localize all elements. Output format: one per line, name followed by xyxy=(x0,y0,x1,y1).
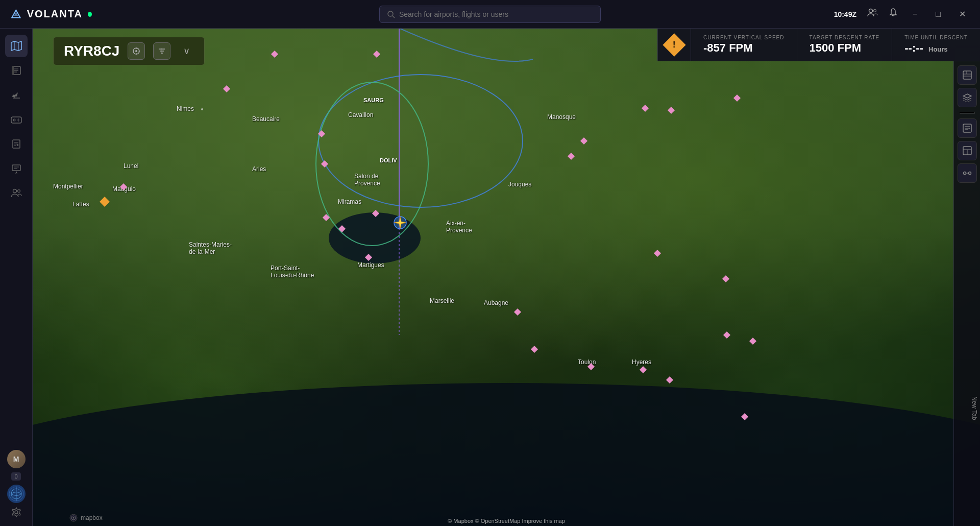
target-dr-label: TARGET DESCENT RATE xyxy=(810,35,880,40)
map-filter-button[interactable] xyxy=(958,65,977,85)
mapbox-label: mapbox xyxy=(81,514,103,521)
search-input[interactable] xyxy=(399,10,593,18)
topbar: VOLANTA 10:49Z − □ ✕ xyxy=(0,0,980,29)
sidebar-item-users[interactable] xyxy=(5,182,28,204)
svg-point-5 xyxy=(873,10,876,12)
search-icon xyxy=(387,10,395,18)
right-sidebar: New Tab xyxy=(953,61,980,526)
svg-point-16 xyxy=(13,119,15,121)
close-button[interactable]: ✕ xyxy=(955,7,970,21)
svg-rect-24 xyxy=(12,165,20,171)
warning-indicator xyxy=(657,29,691,61)
sidebar-item-flights[interactable] xyxy=(5,84,28,106)
target-dr-value: 1500 FPM xyxy=(810,41,880,55)
settings-button[interactable] xyxy=(11,507,21,520)
sea-water xyxy=(33,383,980,526)
search-bar[interactable] xyxy=(379,6,601,23)
sidebar-item-certificate[interactable] xyxy=(5,157,28,180)
svg-marker-6 xyxy=(11,41,21,51)
clock-display: 10:49Z xyxy=(834,10,856,18)
time-ud-label: TIME UNTIL DESCENT xyxy=(904,35,968,40)
svg-marker-57 xyxy=(963,94,971,98)
stats-bar: CURRENT VERTICAL SPEED -857 FPM TARGET D… xyxy=(657,29,980,61)
logo-area: VOLANTA xyxy=(0,7,102,21)
time-until-descent-stat: TIME UNTIL DESCENT --:-- Hours xyxy=(892,29,980,61)
current-vs-label: CURRENT VERTICAL SPEED xyxy=(703,35,785,40)
svg-point-41 xyxy=(135,50,137,52)
svg-point-66 xyxy=(963,172,966,175)
notification-badge: 0 xyxy=(11,472,20,481)
flight-filter-button[interactable] xyxy=(153,42,170,60)
aircraft-icon[interactable] xyxy=(393,215,408,230)
flight-id: RYR8CJ xyxy=(64,43,119,59)
app-name: VOLANTA xyxy=(27,8,83,20)
sim-logo[interactable] xyxy=(7,485,26,503)
svg-rect-53 xyxy=(963,71,971,79)
current-vs-value: -857 FPM xyxy=(703,41,785,55)
new-tab-label[interactable]: New Tab xyxy=(969,392,980,424)
svg-point-33 xyxy=(15,511,18,514)
minimize-button[interactable]: − xyxy=(909,8,921,21)
target-descent-rate-stat: TARGET DESCENT RATE 1500 FPM xyxy=(797,29,892,61)
collapse-button[interactable]: ∨ xyxy=(179,43,194,59)
flight-target-button[interactable] xyxy=(128,42,145,60)
volanta-logo-icon xyxy=(10,7,22,21)
mapbox-logo: mapbox xyxy=(69,514,103,522)
sidebar: M 0 xyxy=(0,29,33,526)
svg-point-52 xyxy=(73,517,75,519)
avatar[interactable]: M xyxy=(7,450,26,468)
notifications-icon[interactable] xyxy=(888,8,898,20)
city-nimes-dot xyxy=(201,108,203,110)
users-icon[interactable] xyxy=(867,7,878,21)
map-area[interactable]: Nimes Beaucaire Lunel Arles Montpellier … xyxy=(33,29,980,526)
svg-line-3 xyxy=(393,16,395,18)
svg-point-4 xyxy=(869,9,872,13)
time-ud-unit: Hours xyxy=(928,45,948,53)
warning-diamond xyxy=(663,33,685,56)
svg-point-28 xyxy=(13,189,16,193)
sidebar-item-map[interactable] xyxy=(5,35,28,57)
svg-marker-27 xyxy=(15,171,17,174)
sidebar-item-logbook[interactable] xyxy=(5,59,28,82)
info-panel-button[interactable] xyxy=(958,118,977,138)
maximize-button[interactable]: □ xyxy=(932,8,945,21)
sidebar-item-reports[interactable] xyxy=(5,133,28,155)
status-indicator xyxy=(88,12,92,17)
svg-rect-15 xyxy=(11,117,21,123)
flight-label-box: RYR8CJ ∨ xyxy=(53,37,205,65)
svg-point-29 xyxy=(17,190,20,193)
card-view-button[interactable] xyxy=(958,141,977,160)
svg-rect-13 xyxy=(12,66,14,75)
layers-button[interactable] xyxy=(958,88,977,107)
topbar-right: 10:49Z − □ ✕ xyxy=(834,7,970,21)
route-button[interactable] xyxy=(958,163,977,183)
svg-point-2 xyxy=(388,11,393,16)
sidebar-item-sim[interactable] xyxy=(5,108,28,131)
sidebar-bottom: M 0 xyxy=(7,450,26,520)
time-ud-value: --:-- Hours xyxy=(904,41,968,55)
current-vertical-speed-stat: CURRENT VERTICAL SPEED -857 FPM xyxy=(691,29,797,61)
